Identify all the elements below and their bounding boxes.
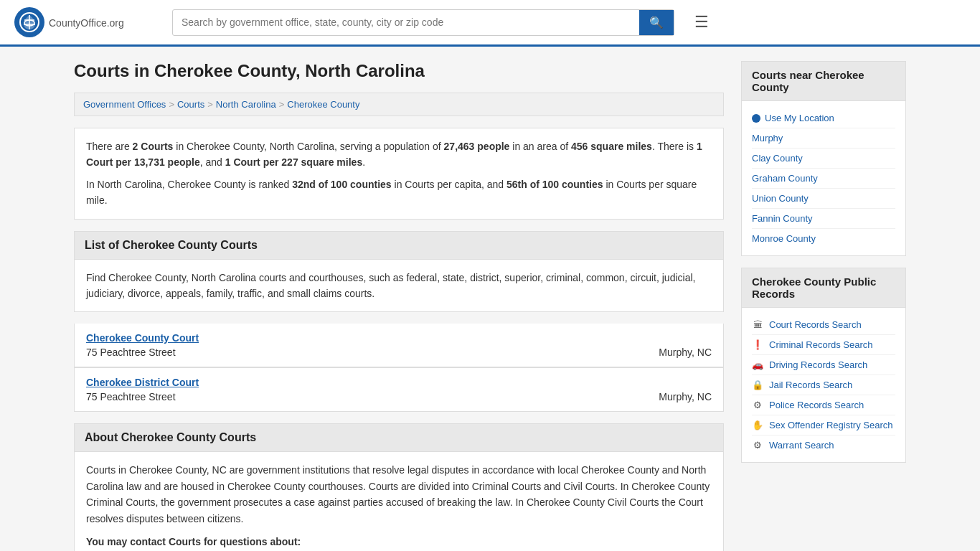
nearby-monroe-county[interactable]: Monroe County — [752, 229, 895, 248]
nearby-header: Courts near Cherokee County — [742, 62, 905, 101]
about-header: About Cherokee County Courts — [74, 423, 724, 452]
court-city-2: Murphy, NC — [659, 391, 712, 402]
contact-title: You may contact Courts for questions abo… — [86, 534, 712, 550]
breadcrumb-cherokee-county[interactable]: Cherokee County — [287, 99, 359, 110]
court-name-2[interactable]: Cherokee District Court — [86, 377, 712, 388]
nearby-content: Use My Location Murphy Clay County Graha… — [742, 101, 905, 255]
nearby-graham-county[interactable]: Graham County — [752, 169, 895, 189]
about-body: Courts in Cherokee County, NC are govern… — [86, 462, 712, 527]
driving-records-icon: 🚗 — [752, 359, 763, 370]
info-block: There are 2 Courts in Cherokee County, N… — [74, 128, 724, 220]
court-address-1: 75 Peachtree Street — [86, 347, 176, 358]
police-records-link[interactable]: ⚙ Police Records Search — [752, 395, 895, 415]
court-records-link[interactable]: 🏛 Court Records Search — [752, 315, 895, 335]
court-entry-2: Cherokee District Court 75 Peachtree Str… — [74, 367, 724, 412]
court-records-icon: 🏛 — [752, 319, 763, 330]
page-title: Courts in Cherokee County, North Carolin… — [74, 61, 724, 81]
court-address-2: 75 Peachtree Street — [86, 391, 176, 402]
nearby-union-county[interactable]: Union County — [752, 189, 895, 209]
about-section: About Cherokee County Courts Courts in C… — [74, 423, 724, 551]
criminal-records-icon: ❗ — [752, 339, 763, 350]
breadcrumb-courts[interactable]: Courts — [177, 99, 204, 110]
nearby-clay-county[interactable]: Clay County — [752, 149, 895, 169]
info-para2: In North Carolina, Cherokee County is ra… — [86, 176, 712, 209]
logo[interactable]: CountyOffice.org — [14, 7, 158, 37]
about-content: Courts in Cherokee County, NC are govern… — [74, 452, 724, 551]
warrant-search-link[interactable]: ⚙ Warrant Search — [752, 435, 895, 455]
breadcrumb-north-carolina[interactable]: North Carolina — [216, 99, 276, 110]
jail-records-link[interactable]: 🔒 Jail Records Search — [752, 375, 895, 395]
search-input[interactable] — [173, 11, 639, 34]
public-records-box: Cherokee County Public Records 🏛 Court R… — [741, 268, 906, 463]
logo-icon — [14, 7, 44, 37]
logo-text: CountyOffice.org — [49, 15, 124, 30]
nearby-box: Courts near Cherokee County Use My Locat… — [741, 61, 906, 256]
nearby-fannin-county[interactable]: Fannin County — [752, 209, 895, 229]
jail-records-icon: 🔒 — [752, 380, 763, 390]
warrant-search-icon: ⚙ — [752, 440, 763, 451]
list-description: Find Cherokee County, North Carolina cou… — [74, 260, 724, 313]
sex-offender-icon: ✋ — [752, 420, 763, 430]
list-section-header: List of Cherokee County Courts — [74, 231, 724, 260]
public-records-header: Cherokee County Public Records — [742, 268, 905, 308]
driving-records-link[interactable]: 🚗 Driving Records Search — [752, 355, 895, 375]
breadcrumb-government-offices[interactable]: Government Offices — [83, 99, 166, 110]
location-icon — [752, 114, 760, 123]
sex-offender-link[interactable]: ✋ Sex Offender Registry Search — [752, 415, 895, 435]
menu-button[interactable]: ☰ — [689, 10, 715, 34]
use-my-location[interactable]: Use My Location — [752, 108, 895, 128]
info-para1: There are 2 Courts in Cherokee County, N… — [86, 138, 712, 171]
main-content: Courts in Cherokee County, North Carolin… — [74, 61, 724, 551]
sidebar: Courts near Cherokee County Use My Locat… — [741, 61, 906, 474]
breadcrumb: Government Offices > Courts > North Caro… — [74, 93, 724, 116]
search-bar[interactable]: 🔍 — [172, 9, 674, 36]
court-city-1: Murphy, NC — [659, 347, 712, 358]
public-records-content: 🏛 Court Records Search ❗ Criminal Record… — [742, 308, 905, 462]
criminal-records-link[interactable]: ❗ Criminal Records Search — [752, 335, 895, 355]
nearby-murphy[interactable]: Murphy — [752, 128, 895, 149]
court-entry-1: Cherokee County Court 75 Peachtree Stree… — [74, 324, 724, 367]
police-records-icon: ⚙ — [752, 400, 763, 410]
court-name-1[interactable]: Cherokee County Court — [86, 332, 712, 344]
search-button[interactable]: 🔍 — [639, 10, 674, 35]
